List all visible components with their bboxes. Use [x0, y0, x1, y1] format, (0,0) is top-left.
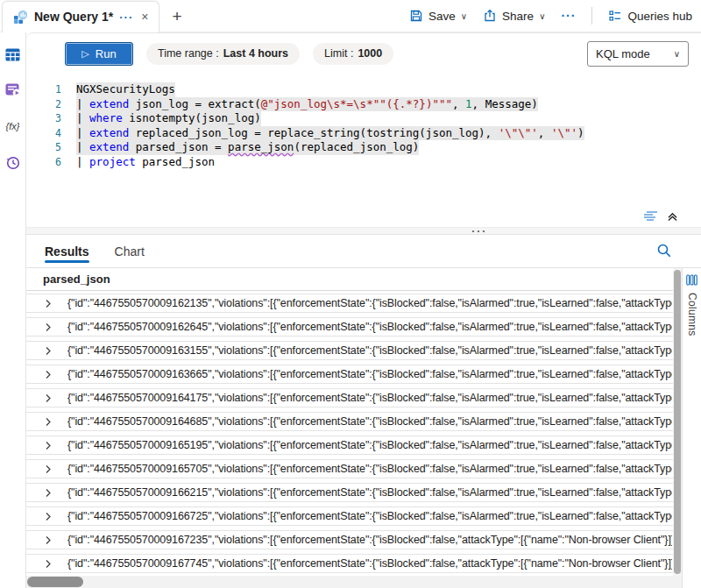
- tab-title: New Query 1*: [34, 10, 113, 24]
- rail-functions-icon[interactable]: {fx}: [5, 118, 21, 134]
- table-row[interactable]: {"id":"4467550570009165195","violations"…: [26, 436, 682, 455]
- share-label: Share: [502, 10, 534, 23]
- kql-mode-value: KQL mode: [596, 47, 650, 60]
- save-label: Save: [428, 10, 456, 23]
- table-row[interactable]: {"id":"4467550570009163665","violations"…: [26, 365, 682, 384]
- left-rail: {fx}: [0, 32, 26, 588]
- code-line[interactable]: 4| extend replaced_json_log = replace_st…: [26, 126, 701, 141]
- kql-mode-dropdown[interactable]: KQL mode ∨: [587, 41, 689, 67]
- app-root: New Query 1* ··· × + Save ∨ Shar: [0, 0, 701, 588]
- save-button[interactable]: Save ∨: [409, 9, 467, 23]
- expand-row-icon[interactable]: [44, 441, 53, 450]
- rail-history-icon[interactable]: [5, 154, 21, 170]
- tab-bar: New Query 1* ··· × + Save ∨ Shar: [0, 0, 701, 32]
- editor-footer: [643, 210, 678, 222]
- run-label: Run: [96, 47, 117, 60]
- results-panel: Results Chart parsed_json {"id":"4467550…: [26, 235, 701, 588]
- header-actions: Save ∨ Share ∨ ··· Querie: [409, 7, 701, 25]
- horizontal-scrollbar[interactable]: [26, 576, 682, 588]
- row-json-text: {"id":"4467550570009167235","violations"…: [67, 534, 672, 546]
- code-line[interactable]: 6| project parsed_json: [26, 155, 701, 170]
- tab-chart[interactable]: Chart: [115, 235, 145, 267]
- vertical-scrollbar-thumb[interactable]: [674, 270, 681, 574]
- expand-row-icon[interactable]: [44, 393, 53, 403]
- limit-value: 1000: [358, 47, 382, 60]
- query-tab[interactable]: New Query 1* ··· ×: [2, 1, 159, 32]
- results-tab-bar: Results Chart: [26, 235, 701, 268]
- row-json-text: {"id":"4467550570009163155","violations"…: [67, 344, 672, 357]
- queries-hub-label: Queries hub: [627, 10, 692, 23]
- expand-row-icon[interactable]: [44, 346, 53, 356]
- table-row[interactable]: {"id":"4467550570009163155","violations"…: [26, 341, 682, 360]
- expand-row-icon[interactable]: [44, 322, 53, 332]
- results-body: parsed_json {"id":"4467550570009162135",…: [26, 268, 701, 588]
- search-results-button[interactable]: [656, 243, 672, 261]
- table-row[interactable]: {"id":"4467550570009166215","violations"…: [26, 483, 682, 502]
- code-line[interactable]: 3| where isnotempty(json_log): [26, 111, 701, 126]
- row-json-text: {"id":"4467550570009163665","violations"…: [67, 368, 672, 380]
- row-json-text: {"id":"4467550570009165705","violations"…: [67, 463, 672, 475]
- columns-side-panel[interactable]: Columns: [682, 268, 701, 588]
- column-header-parsed-json[interactable]: parsed_json: [26, 268, 682, 291]
- expand-row-icon[interactable]: [44, 464, 53, 474]
- row-json-text: {"id":"4467550570009165195","violations"…: [67, 439, 672, 451]
- panel-splitter[interactable]: ···: [26, 227, 701, 235]
- adx-app-icon: [13, 10, 28, 25]
- code-line[interactable]: 1NGXSecurityLogs: [26, 82, 701, 97]
- expand-row-icon[interactable]: [44, 559, 53, 569]
- query-toolbar: ▷ Run Time range : Last 4 hours Limit : …: [26, 33, 701, 74]
- row-json-text: {"id":"4467550570009162645","violations"…: [67, 321, 672, 333]
- share-button[interactable]: Share ∨: [483, 9, 545, 23]
- table-row[interactable]: {"id":"4467550570009162645","violations"…: [26, 317, 682, 337]
- run-button[interactable]: ▷ Run: [65, 42, 133, 66]
- collapse-panel-icon[interactable]: [667, 210, 678, 222]
- expand-row-icon[interactable]: [44, 535, 53, 545]
- code-text: | project parsed_json: [76, 155, 215, 170]
- queries-hub-icon: [608, 9, 622, 23]
- search-icon: [656, 243, 672, 259]
- expand-row-icon[interactable]: [44, 370, 53, 379]
- new-tab-button[interactable]: +: [172, 8, 181, 25]
- results-grid: parsed_json {"id":"4467550570009162135",…: [26, 268, 682, 588]
- limit-pill[interactable]: Limit : 1000: [313, 43, 393, 65]
- kql-mode-chevron-down-icon: ∨: [674, 49, 680, 59]
- limit-label: Limit :: [324, 47, 353, 60]
- run-play-icon: ▷: [81, 48, 89, 60]
- tab-results[interactable]: Results: [45, 235, 89, 267]
- content-area: ▷ Run Time range : Last 4 hours Limit : …: [26, 32, 701, 588]
- code-text: | where isnotempty(json_log): [76, 111, 261, 126]
- format-lines-icon[interactable]: [643, 210, 658, 222]
- tab-more-icon[interactable]: ···: [119, 11, 133, 24]
- code-editor[interactable]: 1NGXSecurityLogs2| extend json_log = ext…: [26, 74, 701, 169]
- more-actions-button[interactable]: ···: [561, 9, 576, 23]
- tab-close-icon[interactable]: ×: [139, 10, 150, 24]
- table-row[interactable]: {"id":"4467550570009167745","violations"…: [26, 554, 682, 573]
- line-number: 3: [26, 111, 61, 126]
- time-range-label: Time range :: [158, 47, 219, 60]
- columns-icon: [686, 274, 697, 286]
- time-range-pill[interactable]: Time range : Last 4 hours: [146, 43, 300, 65]
- rail-saved-queries-icon[interactable]: [5, 82, 21, 98]
- vertical-scrollbar[interactable]: [673, 268, 682, 576]
- code-text: | extend replaced_json_log = replace_str…: [76, 126, 584, 141]
- row-json-text: {"id":"4467550570009164685","violations"…: [67, 415, 672, 428]
- table-row[interactable]: {"id":"4467550570009164175","violations"…: [26, 388, 682, 407]
- table-row[interactable]: {"id":"4467550570009164685","violations"…: [26, 412, 682, 431]
- expand-row-icon[interactable]: [44, 512, 53, 521]
- code-line[interactable]: 2| extend json_log = extract(@"json_log\…: [26, 97, 701, 112]
- actions-divider: [591, 7, 592, 25]
- time-range-value: Last 4 hours: [223, 47, 288, 60]
- table-row[interactable]: {"id":"4467550570009165705","violations"…: [26, 459, 682, 478]
- line-number: 6: [26, 155, 61, 170]
- expand-row-icon[interactable]: [44, 488, 53, 498]
- code-line[interactable]: 5| extend parsed_json = parse_json(repla…: [26, 140, 701, 155]
- expand-row-icon[interactable]: [44, 299, 53, 308]
- table-row[interactable]: {"id":"4467550570009166725","violations"…: [26, 507, 682, 526]
- horizontal-scrollbar-thumb[interactable]: [27, 577, 83, 587]
- expand-row-icon[interactable]: [44, 417, 53, 427]
- table-row[interactable]: {"id":"4467550570009167235","violations"…: [26, 530, 682, 549]
- row-json-text: {"id":"4467550570009167745","violations"…: [67, 557, 672, 570]
- rail-tables-icon[interactable]: [5, 46, 21, 62]
- table-row[interactable]: {"id":"4467550570009162135","violations"…: [26, 294, 682, 313]
- queries-hub-button[interactable]: Queries hub: [608, 9, 692, 23]
